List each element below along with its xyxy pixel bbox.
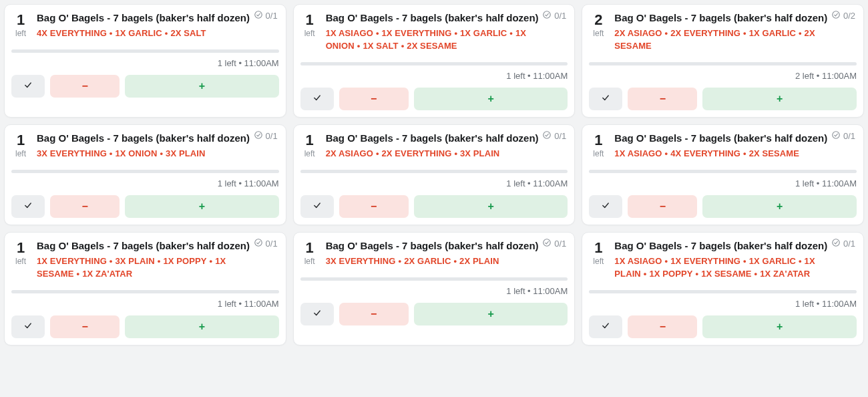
increment-button[interactable]: + — [414, 88, 568, 110]
svg-point-3 — [254, 132, 262, 139]
increment-button[interactable]: + — [414, 195, 568, 218]
separator-dot: • — [743, 256, 746, 266]
minus-icon: − — [660, 321, 666, 333]
quantity-label: left — [15, 257, 26, 266]
decrement-button[interactable]: − — [339, 88, 409, 110]
decrement-button[interactable]: − — [50, 75, 120, 98]
quantity-label: left — [593, 29, 604, 38]
check-circle-icon — [542, 238, 552, 249]
separator-dot: • — [799, 28, 802, 38]
complete-button[interactable] — [589, 315, 622, 338]
check-circle-icon — [254, 130, 263, 142]
complete-button[interactable] — [11, 75, 45, 98]
counter-text: 0/1 — [266, 239, 278, 249]
decrement-button[interactable]: − — [339, 195, 409, 218]
complete-button[interactable] — [589, 195, 622, 218]
separator-dot: • — [399, 256, 402, 266]
counter-text: 0/2 — [843, 11, 855, 21]
separator-dot: • — [509, 28, 513, 38]
increment-button[interactable]: + — [702, 315, 857, 338]
modifier-item: 1X ZA'ATAR — [760, 269, 810, 279]
complete-button[interactable] — [300, 195, 334, 218]
modifier-item: 1X EVERYTHING — [37, 256, 107, 266]
complete-button[interactable] — [300, 88, 334, 110]
modifier-item: 1X ASIAGO — [614, 256, 662, 266]
modifier-item: 2X SALT — [170, 28, 206, 38]
decrement-button[interactable]: − — [628, 315, 697, 338]
quantity-column: 1left — [11, 239, 30, 266]
decrement-button[interactable]: − — [628, 195, 697, 218]
modifier-item: 2X GARLIC — [404, 256, 451, 266]
progress-bar — [589, 170, 857, 173]
quantity-label: left — [304, 29, 315, 38]
separator-dot: • — [696, 269, 699, 279]
modifier-item: 3X PLAIN — [116, 256, 155, 266]
modifiers-list: 4X EVERYTHING•1X GARLIC•2X SALT — [37, 27, 251, 40]
progress-counter: 0/1 — [254, 238, 278, 249]
increment-button[interactable]: + — [125, 315, 279, 338]
modifiers-list: 3X EVERYTHING•2X GARLIC•2X PLAIN — [326, 255, 540, 268]
check-icon — [312, 308, 322, 320]
complete-button[interactable] — [300, 303, 334, 325]
progress-counter: 0/1 — [542, 238, 566, 249]
modifier-item: 1X ONION — [116, 148, 158, 158]
increment-button[interactable]: + — [702, 88, 857, 110]
increment-button[interactable]: + — [702, 195, 857, 218]
counter-text: 0/1 — [554, 131, 566, 141]
quantity-label: left — [304, 149, 315, 158]
quantity-column: 1left — [300, 11, 319, 38]
separator-dot: • — [110, 148, 113, 158]
card-footer: 1 left • 11:00AM — [11, 178, 279, 188]
decrement-button[interactable]: − — [339, 303, 409, 325]
decrement-button[interactable]: − — [628, 88, 697, 110]
modifier-item: 1X EVERYTHING — [382, 28, 452, 38]
product-title: Bag O' Bagels - 7 bagels (baker's half d… — [614, 132, 829, 145]
modifier-item: 1X SESAME — [701, 269, 751, 279]
quantity-column: 1left — [589, 132, 608, 158]
increment-button[interactable]: + — [414, 303, 568, 325]
order-card: 0/11leftBag O' Bagels - 7 bagels (baker'… — [4, 232, 286, 346]
decrement-button[interactable]: − — [50, 315, 120, 338]
plus-icon: + — [487, 93, 493, 105]
increment-button[interactable]: + — [125, 195, 279, 218]
card-footer: 1 left • 11:00AM — [589, 178, 857, 188]
minus-icon: − — [371, 308, 377, 320]
quantity-label: left — [304, 257, 315, 266]
plus-icon: + — [487, 308, 493, 320]
order-card: 0/11leftBag O' Bagels - 7 bagels (baker'… — [293, 4, 576, 118]
card-footer: 1 left • 11:00AM — [589, 299, 857, 309]
complete-button[interactable] — [11, 315, 45, 338]
modifier-item: 2X EVERYTHING — [670, 28, 740, 38]
card-footer: 1 left • 11:00AM — [11, 58, 279, 68]
plus-icon: + — [199, 321, 205, 333]
modifier-item: 1X GARLIC — [116, 28, 162, 38]
modifier-item: 4X EVERYTHING — [670, 148, 740, 158]
complete-button[interactable] — [11, 195, 45, 218]
progress-counter: 0/1 — [542, 10, 566, 21]
check-icon — [312, 93, 322, 105]
quantity-number: 1 — [17, 13, 25, 27]
svg-point-6 — [254, 239, 262, 247]
check-icon — [601, 201, 610, 213]
actions-row: −+ — [589, 195, 857, 218]
increment-button[interactable]: + — [125, 75, 279, 98]
plus-icon: + — [199, 80, 205, 92]
quantity-column: 1left — [300, 239, 319, 266]
complete-button[interactable] — [589, 88, 622, 110]
check-icon — [23, 321, 33, 333]
quantity-number: 1 — [594, 241, 602, 255]
check-circle-icon — [254, 10, 263, 21]
modifier-item: 1X ASIAGO — [326, 28, 373, 38]
quantity-number: 1 — [306, 133, 314, 148]
decrement-button[interactable]: − — [50, 195, 120, 218]
separator-dot: • — [165, 28, 168, 38]
modifier-item: 3X PLAIN — [166, 148, 205, 158]
plus-icon: + — [777, 93, 783, 105]
modifiers-list: 1X EVERYTHING•3X PLAIN•1X POPPY•1X SESAM… — [37, 255, 251, 281]
separator-dot: • — [754, 269, 758, 279]
minus-icon: − — [660, 201, 666, 213]
card-footer: 1 left • 11:00AM — [300, 178, 568, 188]
plus-icon: + — [777, 201, 783, 213]
quantity-column: 1left — [300, 132, 319, 158]
product-title: Bag O' Bagels - 7 bagels (baker's half d… — [37, 132, 251, 145]
